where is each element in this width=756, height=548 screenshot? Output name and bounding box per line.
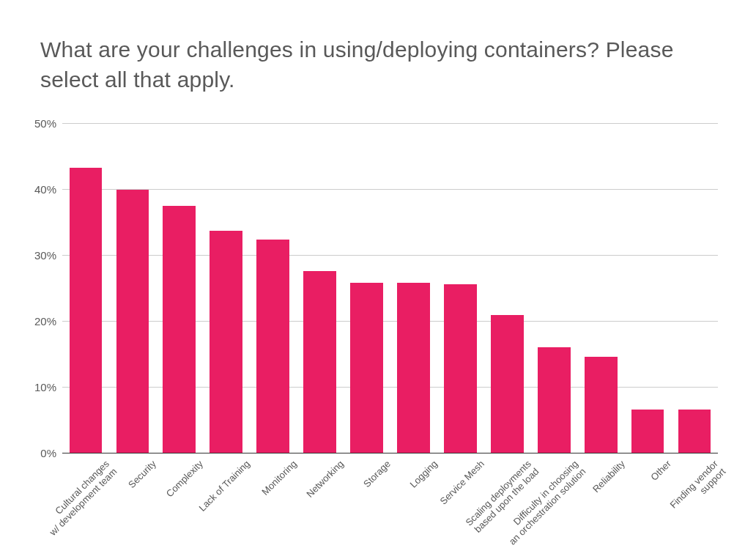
bars-group: [62, 123, 718, 453]
plot-area: [62, 123, 718, 453]
bar: [163, 206, 196, 453]
bar: [538, 347, 571, 453]
y-tick-label: 20%: [20, 315, 56, 327]
chart-title: What are your challenges in using/deploy…: [40, 35, 700, 95]
gridline: [62, 453, 718, 453]
bar: [444, 284, 477, 453]
x-axis-labels: Cultural changes w/ development teamSecu…: [62, 459, 718, 547]
bar: [70, 168, 103, 453]
bar: [256, 240, 289, 453]
bar: [210, 231, 242, 453]
bar: [678, 410, 711, 453]
y-tick-label: 40%: [20, 183, 56, 196]
y-tick-label: 10%: [20, 381, 56, 393]
bar: [116, 190, 149, 453]
bar: [585, 357, 618, 453]
y-tick-label: 30%: [20, 249, 56, 262]
bar-chart: What are your challenges in using/deploy…: [0, 0, 756, 548]
bar: [631, 410, 664, 453]
y-tick-label: 50%: [20, 117, 56, 130]
bar: [397, 283, 430, 453]
x-tick-label: Cultural changes w/ development team: [0, 459, 119, 548]
bar: [303, 271, 336, 453]
bar: [491, 315, 524, 453]
bar: [350, 283, 383, 453]
y-tick-label: 0%: [20, 447, 56, 459]
